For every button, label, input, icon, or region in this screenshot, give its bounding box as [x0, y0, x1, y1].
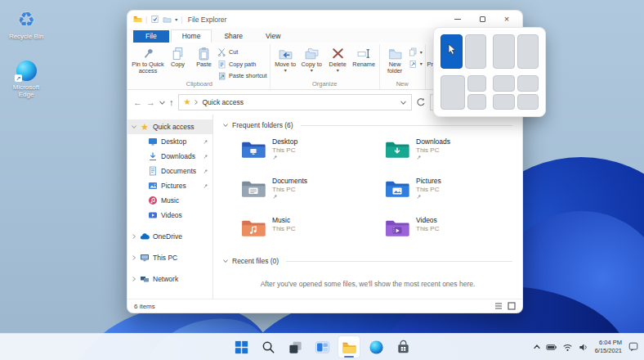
snap-zone-left-hovered[interactable]	[441, 34, 463, 69]
snap-zone-right[interactable]	[517, 34, 539, 69]
chevron-down-icon[interactable]	[132, 124, 136, 129]
tab-view[interactable]: View	[255, 30, 291, 43]
dropdown-caret-icon: ▾	[311, 68, 313, 73]
snap-zone-top-left[interactable]	[493, 75, 515, 92]
desktop-icon-recycle-bin[interactable]: ♻ Recycle Bin	[5, 8, 47, 40]
taskbar: 6:04 PM 6/15/2021	[0, 333, 644, 360]
folder-tile-music[interactable]: Music This PC	[241, 216, 382, 250]
delete-button[interactable]: Delete ▾	[325, 44, 351, 73]
window-controls: ×	[445, 11, 519, 28]
downloads-icon	[148, 151, 158, 161]
rename-icon	[357, 47, 371, 61]
maximize-button[interactable]	[470, 11, 494, 28]
folder-tile-desktop[interactable]: Desktop This PC	[241, 137, 382, 172]
sidebar-item-pictures[interactable]: Pictures	[127, 178, 212, 193]
store-button[interactable]	[392, 336, 414, 358]
tab-file[interactable]: File	[133, 30, 169, 43]
search-button[interactable]	[257, 336, 279, 358]
recent-locations-chevron[interactable]	[159, 100, 165, 106]
sidebar-item-videos[interactable]: Videos	[127, 208, 212, 223]
folder-tile-videos[interactable]: Videos This PC	[385, 216, 523, 250]
pin-to-quick-access-button[interactable]: Pin to Quick access	[132, 44, 164, 75]
collapse-chevron-icon[interactable]	[223, 123, 228, 128]
cut-button[interactable]: Cut	[217, 47, 267, 56]
paste-shortcut-button[interactable]: Paste shortcut	[217, 71, 267, 80]
edge-button[interactable]	[365, 336, 387, 358]
tab-share[interactable]: Share	[213, 30, 253, 43]
chevron-right-icon[interactable]	[132, 234, 136, 239]
ribbon-group-clipboard: Pin to Quick access Copy Paste Cut	[129, 44, 271, 89]
move-to-button[interactable]: Move to ▾	[273, 44, 298, 73]
move-to-icon	[279, 47, 293, 61]
minimize-button[interactable]	[445, 11, 470, 28]
copy-to-icon	[305, 47, 319, 61]
sidebar-item-downloads[interactable]: Downloads	[127, 149, 212, 164]
snap-zone-top-right[interactable]	[467, 75, 486, 92]
sidebar-item-quick-access[interactable]: ★ Quick access	[127, 119, 212, 134]
copy-to-button[interactable]: Copy to ▾	[299, 44, 324, 73]
back-button[interactable]: ←	[133, 98, 142, 107]
qat-customize-chevron[interactable]: ▾	[175, 17, 177, 22]
volume-icon[interactable]	[579, 342, 589, 353]
battery-icon[interactable]	[546, 342, 557, 353]
tab-home[interactable]: Home	[171, 29, 212, 43]
folder-name: Pictures	[416, 177, 441, 185]
copy-button[interactable]: Copy	[165, 44, 190, 68]
qat-properties-button[interactable]	[150, 15, 159, 24]
collapse-chevron-icon[interactable]	[223, 259, 228, 263]
qat-new-folder-button[interactable]	[163, 15, 172, 24]
task-view-button[interactable]	[284, 336, 306, 358]
paste-button[interactable]: Paste	[191, 44, 217, 68]
sidebar-item-desktop[interactable]: Desktop	[127, 134, 212, 149]
folder-tile-documents[interactable]: Documents This PC	[241, 177, 382, 211]
wifi-icon[interactable]	[562, 342, 573, 353]
breadcrumb[interactable]: ★ Quick access	[178, 94, 413, 110]
breadcrumb-chevron-icon	[194, 100, 199, 105]
easy-access-button[interactable]: ▾	[409, 60, 423, 69]
snap-zone-right[interactable]	[465, 34, 487, 69]
content-pane: Frequent folders (6) Desktop This PC	[213, 115, 522, 299]
move-to-label: Move to	[275, 61, 296, 68]
taskbar-clock[interactable]: 6:04 PM 6/15/2021	[595, 339, 622, 355]
large-icons-view-button[interactable]	[508, 302, 516, 310]
forward-button[interactable]: →	[146, 98, 155, 107]
sidebar-item-label: This PC	[153, 254, 177, 262]
app-folder-icon	[133, 15, 142, 24]
sidebar-item-this-pc[interactable]: This PC	[127, 250, 212, 265]
chevron-right-icon[interactable]	[132, 255, 136, 260]
snap-zone-bottom-right[interactable]	[517, 94, 539, 110]
snap-zone-left[interactable]	[493, 34, 515, 69]
desktop-icon-microsoft-edge[interactable]: ↗ Microsoft Edge	[5, 59, 47, 98]
folder-tile-downloads[interactable]: Downloads This PC	[385, 137, 523, 172]
folder-tile-pictures[interactable]: Pictures This PC	[385, 177, 523, 211]
sidebar-item-documents[interactable]: Documents	[127, 164, 212, 178]
file-explorer-button[interactable]	[338, 336, 360, 358]
sidebar-item-onedrive[interactable]: OneDrive	[127, 229, 212, 244]
address-dropdown-chevron[interactable]	[400, 100, 406, 106]
sidebar-item-network[interactable]: Network	[127, 272, 212, 286]
chevron-right-icon[interactable]	[132, 277, 136, 281]
sidebar-item-music[interactable]: Music	[127, 193, 212, 208]
folder-name: Music	[272, 216, 295, 224]
snap-zone-bottom-right[interactable]	[467, 94, 486, 110]
copy-path-button[interactable]: Copy path	[217, 60, 267, 69]
refresh-button[interactable]	[416, 97, 426, 107]
rename-button[interactable]: Rename	[351, 44, 377, 68]
new-folder-button[interactable]: New folder	[382, 44, 408, 75]
snap-zone-top-right[interactable]	[517, 75, 539, 92]
details-view-button[interactable]	[494, 302, 503, 310]
tray-overflow-chevron[interactable]	[534, 344, 540, 350]
pictures-folder-icon	[385, 178, 409, 198]
new-item-button[interactable]: ▾	[409, 47, 423, 56]
close-button[interactable]: ×	[494, 11, 519, 28]
widgets-button[interactable]	[311, 336, 333, 358]
sidebar-item-label: Documents	[161, 167, 196, 175]
up-button[interactable]: ↑	[169, 98, 174, 107]
start-button[interactable]	[230, 336, 252, 358]
pin-to-quick-access-label: Pin to Quick access	[132, 61, 164, 75]
ribbon-group-organize: Move to ▾ Copy to ▾ Delete ▾	[271, 44, 380, 89]
snap-zone-bottom-left[interactable]	[493, 94, 515, 110]
copy-path-label: Copy path	[229, 61, 256, 68]
notification-center-button[interactable]	[628, 341, 639, 353]
snap-zone-left-large[interactable]	[441, 75, 465, 110]
